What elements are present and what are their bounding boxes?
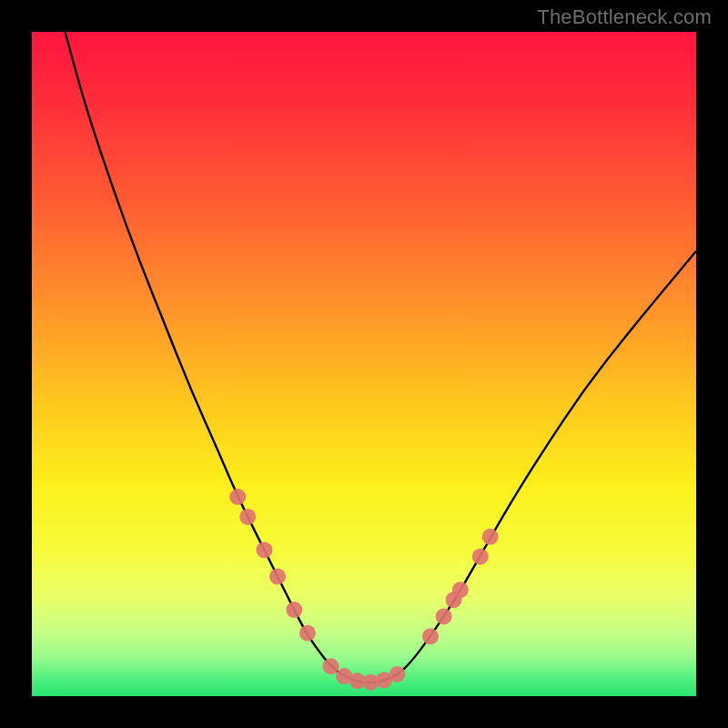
marker-right (422, 628, 439, 644)
marker-right (482, 529, 499, 545)
marker-left (257, 541, 273, 558)
marker-right (472, 549, 489, 565)
marker-left (286, 602, 302, 618)
chart-frame: TheBottleneck.com (0, 0, 728, 728)
marker-bottom (323, 658, 339, 674)
marker-bottom (389, 666, 406, 682)
marker-left (229, 489, 246, 505)
marker-left (239, 509, 256, 525)
gradient-background (32, 32, 696, 696)
watermark-text: TheBottleneck.com (537, 5, 712, 29)
plot-area (32, 32, 696, 696)
marker-left (269, 569, 286, 585)
marker-left (299, 625, 316, 642)
marker-right (436, 608, 452, 624)
marker-right (452, 581, 469, 598)
chart-svg (32, 32, 696, 696)
